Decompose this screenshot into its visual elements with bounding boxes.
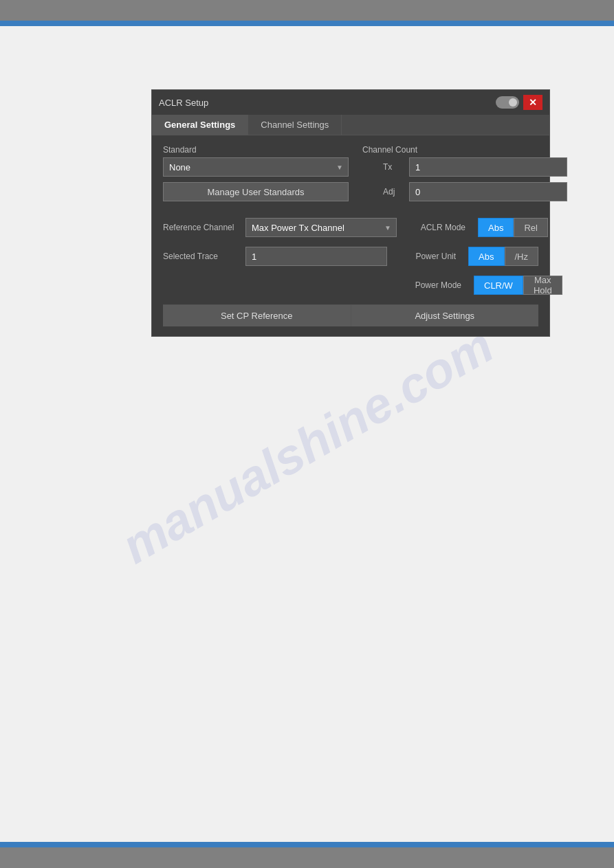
reference-channel-select[interactable]: Max Power Tx Channel [245,218,397,237]
tab-channel-settings[interactable]: Channel Settings [248,115,342,135]
dialog-tabs: General Settings Channel Settings [152,115,549,135]
standard-select-wrapper: None [163,157,349,177]
bottom-bar-accent [0,842,614,847]
power-mode-group: CLR/W Max Hold [474,276,562,295]
aclr-setup-dialog: ACLR Setup ✕ General Settings Channel Se… [151,89,550,337]
standard-label: Standard [163,145,349,155]
standard-col: Standard None Manage User Standards [163,145,349,201]
watermark: manualshine.com [112,316,503,574]
spacer1 [163,207,538,218]
channel-count-col: Channel Count Tx Adj [362,145,567,201]
dialog-controls: ✕ [496,95,542,110]
set-cp-reference-button[interactable]: Set CP Reference [163,305,351,326]
selected-trace-input[interactable] [245,247,387,266]
tx-row: Tx [383,157,567,177]
power-unit-hz-button[interactable]: /Hz [505,247,539,266]
aclr-mode-abs-button[interactable]: Abs [478,218,514,237]
adj-row: Adj [383,182,567,201]
channel-count-label: Channel Count [362,145,567,155]
tx-label: Tx [383,162,404,172]
adj-input[interactable] [409,182,567,201]
dialog-title: ACLR Setup [159,98,208,108]
dialog-close-button[interactable]: ✕ [523,95,542,110]
trace-powerunit-row: Selected Trace Power Unit Abs /Hz [163,247,538,266]
selected-trace-label: Selected Trace [163,252,239,261]
reference-channel-label: Reference Channel [163,223,239,232]
tab-general-settings[interactable]: General Settings [152,115,248,135]
power-unit-label: Power Unit [401,252,456,261]
top-bar-accent [0,21,614,26]
standard-channelcount-row: Standard None Manage User Standards Chan… [163,145,538,201]
dialog-content: Standard None Manage User Standards Chan… [152,135,549,336]
power-mode-row: Power Mode CLR/W Max Hold [163,276,538,295]
power-unit-group: Abs /Hz [468,247,538,266]
adjust-settings-button[interactable]: Adjust Settings [351,305,539,326]
aclr-mode-rel-button[interactable]: Rel [514,218,548,237]
aclr-mode-group: Abs Rel [478,218,548,237]
aclr-mode-label: ACLR Mode [410,223,465,232]
manage-user-standards-button[interactable]: Manage User Standards [163,182,349,201]
dialog-titlebar: ACLR Setup ✕ [152,90,549,115]
standard-select[interactable]: None [163,157,349,177]
action-row: Set CP Reference Adjust Settings [163,304,538,326]
power-mode-maxhold-button[interactable]: Max Hold [523,276,562,295]
adj-label: Adj [383,187,404,197]
power-unit-abs-button[interactable]: Abs [468,247,504,266]
reference-channel-select-wrapper: Max Power Tx Channel [245,218,397,237]
tx-input[interactable] [409,157,567,177]
power-mode-label: Power Mode [406,280,461,290]
reference-aclr-row: Reference Channel Max Power Tx Channel A… [163,218,538,237]
dialog-toggle[interactable] [496,96,519,109]
power-mode-clrw-button[interactable]: CLR/W [474,276,523,295]
